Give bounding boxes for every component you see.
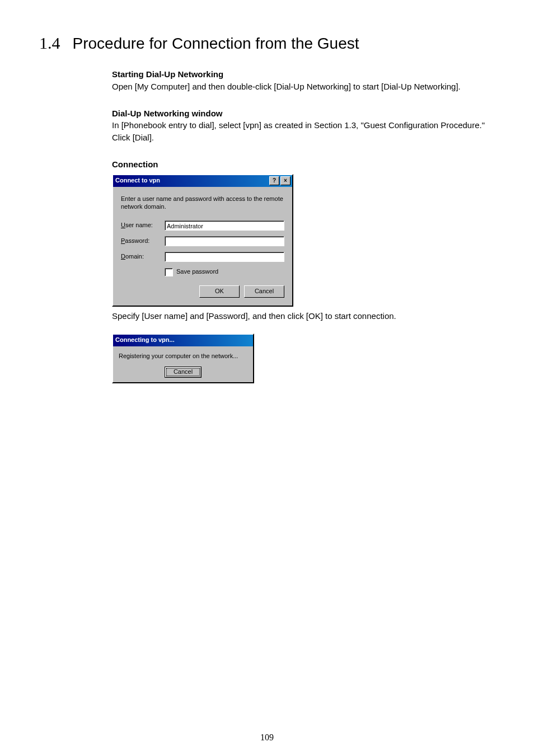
- username-input[interactable]: Administrator: [165, 220, 284, 231]
- para-dun-2: Click [Dial].: [112, 132, 493, 144]
- dialog-title: Connect to vpn: [115, 176, 269, 185]
- question-icon: ?: [273, 178, 276, 184]
- help-button[interactable]: ?: [269, 176, 279, 185]
- connecting-status: Registering your computer on the network…: [119, 352, 247, 361]
- username-label: User name:: [121, 221, 165, 230]
- connect-dialog: Connect to vpn ? × Enter a user name and…: [112, 174, 293, 307]
- save-password-label: Save password: [176, 267, 218, 276]
- password-label: Password:: [121, 237, 165, 246]
- page-number: 109: [0, 732, 534, 743]
- heading-number: 1.4: [39, 34, 60, 53]
- dialog2-title: Connecting to vpn...: [115, 336, 251, 345]
- subhead-connection: Connection: [112, 158, 493, 171]
- close-button[interactable]: ×: [280, 176, 291, 185]
- domain-label: Domain:: [121, 252, 165, 261]
- close-icon: ×: [284, 178, 287, 184]
- cancel-button[interactable]: Cancel: [165, 367, 202, 378]
- para-starting: Open [My Computer] and then double-click…: [112, 81, 493, 93]
- subhead-starting: Starting Dial-Up Networking: [112, 68, 493, 81]
- dialog-instruction: Enter a user name and password with acce…: [121, 195, 284, 211]
- cancel-button[interactable]: Cancel: [244, 285, 284, 298]
- dialog-titlebar: Connect to vpn ? ×: [113, 175, 292, 187]
- subhead-dun-window: Dial-Up Networking window: [112, 107, 493, 120]
- save-password-checkbox[interactable]: [165, 268, 173, 276]
- domain-input[interactable]: [165, 252, 284, 262]
- password-input[interactable]: [165, 236, 284, 246]
- dialog2-titlebar: Connecting to vpn...: [113, 335, 253, 346]
- connecting-dialog: Connecting to vpn... Registering your co…: [112, 334, 254, 383]
- para-after-dialog: Specify [User name] and [Password], and …: [112, 310, 493, 322]
- heading-title: Procedure for Connection from the Guest: [73, 35, 359, 53]
- section-heading: 1.4 Procedure for Connection from the Gu…: [39, 34, 495, 53]
- para-dun-1: In [Phonebook entry to dial], select [vp…: [112, 119, 493, 132]
- ok-button[interactable]: OK: [199, 285, 240, 298]
